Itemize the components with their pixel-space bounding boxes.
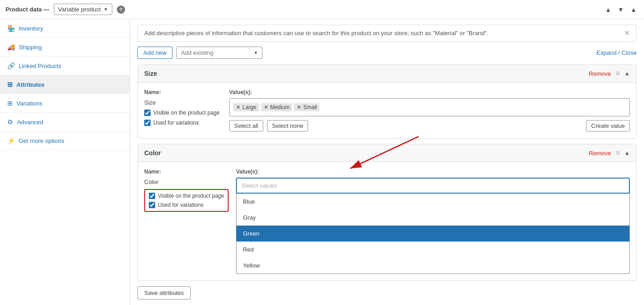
add-existing-chevron[interactable]: ▼ <box>250 48 262 58</box>
size-tag-large-label: Large <box>242 104 257 110</box>
size-drag-handle[interactable]: ≡ <box>616 69 620 78</box>
color-option-blue[interactable]: Blue <box>236 194 629 210</box>
header-arrow-up[interactable]: ▲ <box>603 5 613 14</box>
size-section-title: Size <box>144 70 157 77</box>
info-banner-text: Add descriptive pieces of information th… <box>144 30 488 37</box>
sidebar-item-get-more-options[interactable]: ⚡ Get more options <box>0 131 130 150</box>
sidebar-item-variations-label: Variations <box>16 100 42 107</box>
sidebar-item-inventory-label: Inventory <box>19 25 43 32</box>
size-select-all-button[interactable]: Select all <box>229 120 263 131</box>
color-name-value: Color <box>144 179 229 185</box>
color-section-actions: Remove ≡ ▲ <box>589 149 630 157</box>
get-more-options-icon: ⚡ <box>7 137 15 144</box>
size-values-input-area[interactable]: ✕ Large ✕ Medium ✕ Small <box>229 98 630 116</box>
color-drag-handle[interactable]: ≡ <box>616 149 620 157</box>
color-option-green[interactable]: Green <box>236 226 629 242</box>
info-banner: Add descriptive pieces of information th… <box>137 25 637 42</box>
color-values-input[interactable]: Select values <box>236 178 630 194</box>
size-name-label: Name: <box>144 89 222 95</box>
color-dropdown-list: Blue Gray Green Red Yellow <box>236 194 630 274</box>
color-option-red[interactable]: Red <box>236 242 629 258</box>
color-values-label: Value(s): <box>236 168 630 175</box>
help-icon-label: ? <box>119 7 122 12</box>
size-visible-checkbox[interactable] <box>144 110 151 116</box>
color-collapse-arrow[interactable]: ▲ <box>624 150 630 156</box>
product-data-label: Product data — <box>5 6 49 13</box>
color-attr-left: Name: Color Visible on the product page … <box>144 168 229 274</box>
color-remove-link[interactable]: Remove <box>589 150 611 157</box>
size-attribute-body: Name: Size Visible on the product page U… <box>138 83 636 138</box>
color-values-area: Value(s): Select values Blue Gray Green … <box>236 168 630 274</box>
size-tag-large: ✕ Large <box>233 103 259 111</box>
size-select-none-button[interactable]: Select none <box>267 120 309 131</box>
sidebar: 🏪 Inventory 🚚 Shipping 🔗 Linked Products… <box>0 19 130 305</box>
size-name-value: Size <box>144 99 222 106</box>
product-type-chevron: ▼ <box>104 7 108 12</box>
header-controls: ▲ ▼ ▲ <box>603 5 639 14</box>
sidebar-item-attributes-label: Attributes <box>16 81 44 88</box>
color-visible-checkbox[interactable] <box>149 193 155 199</box>
variations-icon: ⊞ <box>7 100 13 107</box>
size-tag-large-x[interactable]: ✕ <box>236 104 241 110</box>
size-tag-small: ✕ Small <box>294 103 319 111</box>
expand-close-link[interactable]: Expand / Close <box>597 49 637 56</box>
size-tag-medium-x[interactable]: ✕ <box>264 104 268 110</box>
product-data-help-icon[interactable]: ? <box>117 5 125 14</box>
add-existing-input[interactable] <box>177 47 250 58</box>
add-new-button[interactable]: Add new <box>137 47 173 59</box>
color-section-header: Color Remove ≡ ▲ <box>138 144 636 162</box>
size-used-for-variations-checkbox[interactable] <box>144 120 151 126</box>
sidebar-item-attributes[interactable]: ⊞ Attributes <box>0 75 130 94</box>
size-attr-right: Value(s): ✕ Large ✕ Medium ✕ <box>229 89 630 131</box>
sidebar-item-shipping[interactable]: 🚚 Shipping <box>0 38 130 57</box>
sidebar-item-advanced[interactable]: ⚙ Advanced <box>0 113 130 131</box>
size-visible-checkbox-row: Visible on the product page <box>144 110 222 116</box>
product-type-select[interactable]: Variable product ▼ <box>54 4 112 15</box>
size-section-actions: Remove ≡ ▲ <box>589 69 630 78</box>
color-name-label: Name: <box>144 168 229 175</box>
header-arrow-right[interactable]: ▲ <box>628 5 639 14</box>
product-type-value: Variable product <box>58 6 101 13</box>
color-attr-body: Name: Color Visible on the product page … <box>138 162 636 280</box>
size-used-for-variations-label: Used for variations <box>153 120 199 126</box>
size-visible-label: Visible on the product page <box>153 110 220 116</box>
shipping-icon: 🚚 <box>7 43 15 51</box>
size-section-header: Size Remove ≡ ▲ <box>138 65 636 83</box>
size-values-actions: Select all Select none Create value <box>229 120 630 131</box>
sidebar-item-variations[interactable]: ⊞ Variations <box>0 94 130 113</box>
main-layout: 🏪 Inventory 🚚 Shipping 🔗 Linked Products… <box>0 19 644 305</box>
sidebar-item-linked-products[interactable]: 🔗 Linked Products <box>0 57 130 75</box>
size-values-label: Value(s): <box>229 89 630 95</box>
color-highlighted-checkboxes: Visible on the product page Used for var… <box>144 189 229 212</box>
color-attribute-section: Color Remove ≡ ▲ Name: Color <box>137 144 637 281</box>
size-tag-small-label: Small <box>303 104 317 110</box>
save-attributes-area: Save attributes <box>130 286 644 305</box>
color-used-for-variations-label: Used for variations <box>158 202 204 208</box>
sidebar-item-get-more-label: Get more options <box>19 137 64 144</box>
content-area: Add descriptive pieces of information th… <box>130 19 644 305</box>
color-used-for-variations-checkbox[interactable] <box>149 202 155 208</box>
size-remove-link[interactable]: Remove <box>589 70 611 77</box>
sidebar-item-inventory[interactable]: 🏪 Inventory <box>0 19 130 38</box>
size-collapse-arrow[interactable]: ▲ <box>624 70 630 77</box>
linked-products-icon: 🔗 <box>7 62 15 69</box>
attribute-toolbar: Add new ▼ Expand / Close <box>130 47 644 64</box>
color-visible-label: Visible on the product page <box>158 193 224 199</box>
add-existing-wrapper: ▼ <box>176 47 262 59</box>
header-arrow-down[interactable]: ▼ <box>616 5 626 14</box>
save-attributes-button[interactable]: Save attributes <box>137 286 191 300</box>
color-option-gray[interactable]: Gray <box>236 210 629 226</box>
inventory-icon: 🏪 <box>7 25 15 32</box>
size-tag-small-x[interactable]: ✕ <box>297 104 301 110</box>
sidebar-item-linked-label: Linked Products <box>19 63 61 69</box>
color-section-title: Color <box>144 149 161 157</box>
size-create-value-button[interactable]: Create value <box>586 120 630 131</box>
color-option-yellow[interactable]: Yellow <box>236 258 629 273</box>
color-visible-checkbox-row: Visible on the product page <box>149 193 224 199</box>
sidebar-item-shipping-label: Shipping <box>19 44 42 51</box>
size-attr-left: Name: Size Visible on the product page U… <box>144 89 222 131</box>
color-used-for-variations-row: Used for variations <box>149 202 224 208</box>
sidebar-item-advanced-label: Advanced <box>17 119 43 126</box>
info-banner-close[interactable]: ✕ <box>624 30 630 37</box>
size-used-for-variations-row: Used for variations <box>144 120 222 126</box>
